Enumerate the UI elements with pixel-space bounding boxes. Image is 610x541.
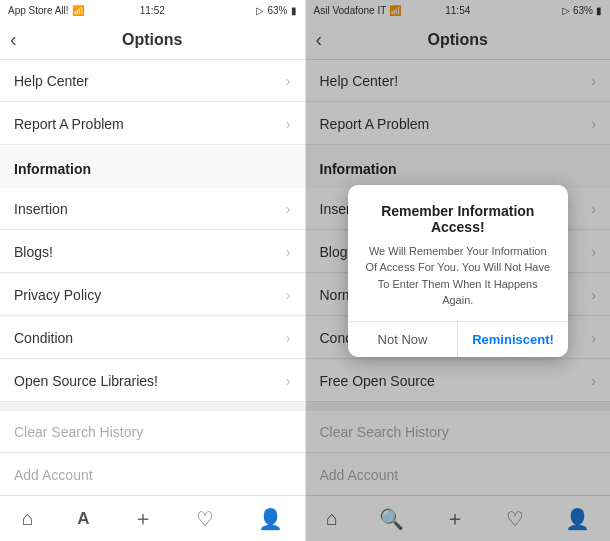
- dialog-overlay: Remember Information Access! We Will Rem…: [306, 0, 611, 541]
- information-label: Information: [14, 161, 91, 177]
- left-status-time: 11:52: [140, 5, 165, 16]
- list-item-open-source[interactable]: Open Source Libraries! ›: [0, 360, 305, 402]
- condition-label: Condition: [14, 330, 73, 346]
- list-item-privacy-policy[interactable]: Privacy Policy ›: [0, 274, 305, 316]
- insertion-chevron: ›: [286, 201, 291, 217]
- dialog-reminiscent-button[interactable]: Reminiscent!: [458, 322, 568, 357]
- list-item-add-account[interactable]: Add Account: [0, 454, 305, 495]
- list-item-insertion[interactable]: Insertion ›: [0, 188, 305, 230]
- left-tab-bar: ⌂ A ＋ ♡ 👤: [0, 495, 305, 541]
- open-source-label: Open Source Libraries!: [14, 373, 158, 389]
- list-item-blogs[interactable]: Blogs! ›: [0, 231, 305, 273]
- open-source-chevron: ›: [286, 373, 291, 389]
- remember-info-dialog: Remember Information Access! We Will Rem…: [348, 185, 568, 357]
- signal-icon: ▷: [256, 5, 264, 16]
- left-status-bar: App Store All! 📶 11:52 ▷ 63% ▮: [0, 0, 305, 20]
- help-center-label: Help Center: [14, 73, 89, 89]
- insertion-label: Insertion: [14, 201, 68, 217]
- tab-text[interactable]: A: [77, 509, 89, 529]
- condition-chevron: ›: [286, 330, 291, 346]
- report-problem-chevron: ›: [286, 116, 291, 132]
- blogs-label: Blogs!: [14, 244, 53, 260]
- privacy-policy-label: Privacy Policy: [14, 287, 101, 303]
- tab-profile[interactable]: 👤: [258, 507, 283, 531]
- blogs-chevron: ›: [286, 244, 291, 260]
- dialog-buttons: Not Now Reminiscent!: [348, 321, 568, 357]
- dialog-not-now-button[interactable]: Not Now: [348, 322, 459, 357]
- left-nav-title: Options: [122, 31, 182, 49]
- tab-heart[interactable]: ♡: [196, 507, 214, 531]
- tab-home[interactable]: ⌂: [22, 507, 34, 530]
- add-account-label: Add Account: [14, 467, 93, 483]
- right-panel: Asil Vodafone IT 📶 11:54 ▷ 63% ▮ ‹ Optio…: [306, 0, 611, 541]
- report-problem-label: Report A Problem: [14, 116, 124, 132]
- left-options-list: Help Center › Report A Problem › Informa…: [0, 60, 305, 495]
- list-item-report-problem[interactable]: Report A Problem ›: [0, 103, 305, 145]
- left-back-button[interactable]: ‹: [10, 28, 17, 51]
- dialog-body: Remember Information Access! We Will Rem…: [348, 185, 568, 321]
- list-item-condition[interactable]: Condition ›: [0, 317, 305, 359]
- privacy-policy-chevron: ›: [286, 287, 291, 303]
- help-center-chevron: ›: [286, 73, 291, 89]
- tab-add[interactable]: ＋: [133, 505, 153, 532]
- list-spacer-1: [0, 403, 305, 411]
- wifi-icon: 📶: [72, 5, 84, 16]
- clear-search-label: Clear Search History: [14, 424, 143, 440]
- section-header-information: Information: [0, 146, 305, 188]
- app-store-label: App Store All!: [8, 5, 69, 16]
- dialog-title: Remember Information Access!: [364, 203, 552, 235]
- left-status-right: ▷ 63% ▮: [256, 5, 296, 16]
- dialog-message: We Will Remember Your Information Of Acc…: [364, 243, 552, 309]
- left-panel: App Store All! 📶 11:52 ▷ 63% ▮ ‹ Options…: [0, 0, 305, 541]
- battery-label: 63%: [267, 5, 287, 16]
- left-nav-bar: ‹ Options: [0, 20, 305, 60]
- list-item-help-center[interactable]: Help Center ›: [0, 60, 305, 102]
- list-item-clear-search[interactable]: Clear Search History: [0, 411, 305, 453]
- battery-icon: ▮: [291, 5, 297, 16]
- left-status-left: App Store All! 📶: [8, 5, 84, 16]
